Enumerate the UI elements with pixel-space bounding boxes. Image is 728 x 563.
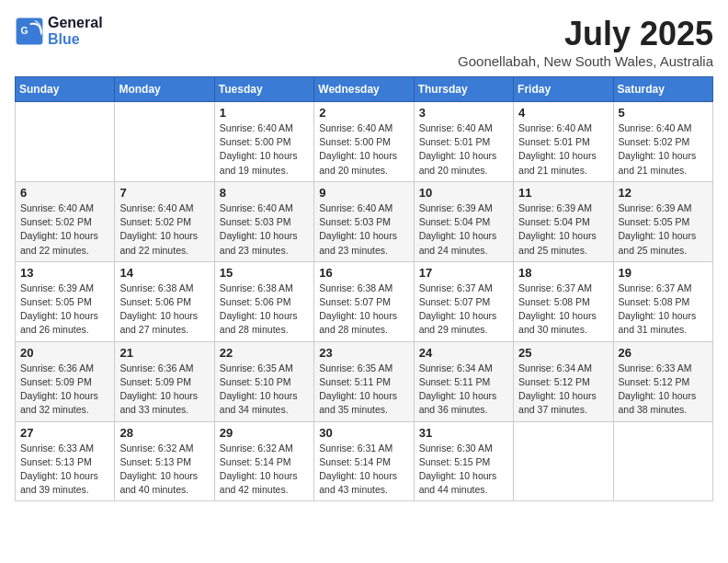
day-number: 8 [220, 186, 309, 200]
day-info: Sunrise: 6:33 AMSunset: 5:13 PMDaylight:… [20, 442, 109, 498]
calendar-cell: 22Sunrise: 6:35 AMSunset: 5:10 PMDayligh… [214, 341, 313, 421]
calendar-cell: 29Sunrise: 6:32 AMSunset: 5:14 PMDayligh… [214, 421, 313, 501]
day-number: 24 [419, 346, 508, 360]
day-info: Sunrise: 6:32 AMSunset: 5:13 PMDaylight:… [119, 442, 209, 498]
calendar-cell: 7Sunrise: 6:40 AMSunset: 5:02 PMDaylight… [115, 181, 214, 261]
day-info: Sunrise: 6:40 AMSunset: 5:00 PMDaylight:… [220, 121, 309, 178]
calendar-cell: 26Sunrise: 6:33 AMSunset: 5:12 PMDayligh… [613, 341, 712, 421]
day-number: 21 [119, 346, 209, 360]
calendar-cell: 10Sunrise: 6:39 AMSunset: 5:04 PMDayligh… [414, 181, 513, 261]
calendar-week-row: 13Sunrise: 6:39 AMSunset: 5:05 PMDayligh… [16, 261, 713, 341]
calendar-cell: 18Sunrise: 6:37 AMSunset: 5:08 PMDayligh… [514, 261, 613, 341]
day-info: Sunrise: 6:40 AMSunset: 5:02 PMDaylight:… [119, 201, 209, 258]
day-info: Sunrise: 6:32 AMSunset: 5:14 PMDaylight:… [220, 442, 309, 498]
day-info: Sunrise: 6:35 AMSunset: 5:10 PMDaylight:… [220, 362, 309, 418]
calendar-header-tuesday: Tuesday [214, 77, 313, 102]
day-number: 9 [319, 186, 408, 200]
day-number: 26 [619, 346, 708, 360]
day-info: Sunrise: 6:40 AMSunset: 5:00 PMDaylight:… [319, 121, 408, 178]
day-number: 28 [119, 426, 209, 440]
calendar-cell: 17Sunrise: 6:37 AMSunset: 5:07 PMDayligh… [414, 261, 513, 341]
title-area: July 2025 Goonellabah, New South Wales, … [458, 15, 713, 69]
calendar-cell: 19Sunrise: 6:37 AMSunset: 5:08 PMDayligh… [613, 261, 712, 341]
day-number: 10 [419, 186, 508, 200]
day-info: Sunrise: 6:36 AMSunset: 5:09 PMDaylight:… [119, 362, 209, 418]
logo-text: General Blue [48, 15, 103, 47]
page-header: G General Blue July 2025 Goonellabah, Ne… [15, 15, 713, 69]
calendar-header-wednesday: Wednesday [314, 77, 414, 102]
calendar-cell: 27Sunrise: 6:33 AMSunset: 5:13 PMDayligh… [16, 421, 115, 501]
calendar-header-sunday: Sunday [16, 77, 115, 102]
calendar-week-row: 6Sunrise: 6:40 AMSunset: 5:02 PMDaylight… [16, 181, 713, 261]
day-info: Sunrise: 6:34 AMSunset: 5:11 PMDaylight:… [419, 362, 508, 418]
day-number: 29 [220, 426, 309, 440]
day-info: Sunrise: 6:31 AMSunset: 5:14 PMDaylight:… [319, 442, 408, 498]
calendar-cell: 2Sunrise: 6:40 AMSunset: 5:00 PMDaylight… [314, 102, 414, 182]
day-number: 16 [319, 266, 408, 280]
calendar-cell: 8Sunrise: 6:40 AMSunset: 5:03 PMDaylight… [214, 181, 313, 261]
calendar-header-row: SundayMondayTuesdayWednesdayThursdayFrid… [16, 77, 713, 102]
calendar-cell [16, 102, 115, 182]
calendar-cell: 21Sunrise: 6:36 AMSunset: 5:09 PMDayligh… [115, 341, 214, 421]
day-number: 6 [20, 186, 109, 200]
calendar-week-row: 20Sunrise: 6:36 AMSunset: 5:09 PMDayligh… [16, 341, 713, 421]
month-year-title: July 2025 [458, 15, 713, 53]
calendar-header-monday: Monday [115, 77, 214, 102]
day-number: 7 [119, 186, 209, 200]
calendar-cell: 31Sunrise: 6:30 AMSunset: 5:15 PMDayligh… [414, 421, 513, 501]
day-info: Sunrise: 6:37 AMSunset: 5:07 PMDaylight:… [419, 282, 508, 338]
day-number: 31 [419, 426, 508, 440]
calendar-cell [613, 421, 712, 501]
day-number: 15 [220, 266, 309, 280]
calendar-cell: 12Sunrise: 6:39 AMSunset: 5:05 PMDayligh… [613, 181, 712, 261]
day-info: Sunrise: 6:36 AMSunset: 5:09 PMDaylight:… [20, 362, 109, 418]
day-info: Sunrise: 6:37 AMSunset: 5:08 PMDaylight:… [518, 282, 608, 338]
logo-icon: G [15, 17, 44, 46]
day-info: Sunrise: 6:37 AMSunset: 5:08 PMDaylight:… [619, 282, 708, 338]
day-info: Sunrise: 6:39 AMSunset: 5:04 PMDaylight:… [518, 201, 608, 258]
calendar-cell: 20Sunrise: 6:36 AMSunset: 5:09 PMDayligh… [16, 341, 115, 421]
day-number: 27 [20, 426, 109, 440]
day-info: Sunrise: 6:40 AMSunset: 5:02 PMDaylight:… [619, 121, 708, 178]
day-info: Sunrise: 6:33 AMSunset: 5:12 PMDaylight:… [619, 362, 708, 418]
day-number: 13 [20, 266, 109, 280]
calendar-cell: 4Sunrise: 6:40 AMSunset: 5:01 PMDaylight… [514, 102, 613, 182]
calendar-week-row: 1Sunrise: 6:40 AMSunset: 5:00 PMDaylight… [16, 102, 713, 182]
calendar-cell: 24Sunrise: 6:34 AMSunset: 5:11 PMDayligh… [414, 341, 513, 421]
calendar-cell: 30Sunrise: 6:31 AMSunset: 5:14 PMDayligh… [314, 421, 414, 501]
day-number: 17 [419, 266, 508, 280]
calendar-cell: 3Sunrise: 6:40 AMSunset: 5:01 PMDaylight… [414, 102, 513, 182]
svg-text:G: G [20, 26, 28, 36]
day-info: Sunrise: 6:40 AMSunset: 5:01 PMDaylight:… [518, 121, 608, 178]
calendar-cell: 5Sunrise: 6:40 AMSunset: 5:02 PMDaylight… [613, 102, 712, 182]
day-info: Sunrise: 6:39 AMSunset: 5:04 PMDaylight:… [419, 201, 508, 258]
day-info: Sunrise: 6:35 AMSunset: 5:11 PMDaylight:… [319, 362, 408, 418]
day-info: Sunrise: 6:40 AMSunset: 5:02 PMDaylight:… [20, 201, 109, 258]
day-info: Sunrise: 6:38 AMSunset: 5:07 PMDaylight:… [319, 282, 408, 338]
day-number: 2 [319, 106, 408, 120]
calendar-cell: 6Sunrise: 6:40 AMSunset: 5:02 PMDaylight… [16, 181, 115, 261]
day-number: 11 [518, 186, 608, 200]
calendar-header-friday: Friday [514, 77, 613, 102]
day-info: Sunrise: 6:40 AMSunset: 5:01 PMDaylight:… [419, 121, 508, 178]
day-info: Sunrise: 6:39 AMSunset: 5:05 PMDaylight:… [20, 282, 109, 338]
calendar-table: SundayMondayTuesdayWednesdayThursdayFrid… [15, 76, 713, 501]
day-number: 20 [20, 346, 109, 360]
calendar-cell: 9Sunrise: 6:40 AMSunset: 5:03 PMDaylight… [314, 181, 414, 261]
day-info: Sunrise: 6:38 AMSunset: 5:06 PMDaylight:… [220, 282, 309, 338]
calendar-week-row: 27Sunrise: 6:33 AMSunset: 5:13 PMDayligh… [16, 421, 713, 501]
calendar-cell: 15Sunrise: 6:38 AMSunset: 5:06 PMDayligh… [214, 261, 313, 341]
day-info: Sunrise: 6:34 AMSunset: 5:12 PMDaylight:… [518, 362, 608, 418]
calendar-header-saturday: Saturday [613, 77, 712, 102]
day-number: 12 [619, 186, 708, 200]
day-number: 5 [619, 106, 708, 120]
day-info: Sunrise: 6:30 AMSunset: 5:15 PMDaylight:… [419, 442, 508, 498]
calendar-cell [115, 102, 214, 182]
day-info: Sunrise: 6:40 AMSunset: 5:03 PMDaylight:… [220, 201, 309, 258]
day-number: 30 [319, 426, 408, 440]
day-number: 25 [518, 346, 608, 360]
calendar-body: 1Sunrise: 6:40 AMSunset: 5:00 PMDaylight… [16, 102, 713, 501]
day-number: 19 [619, 266, 708, 280]
calendar-cell: 28Sunrise: 6:32 AMSunset: 5:13 PMDayligh… [115, 421, 214, 501]
calendar-cell: 1Sunrise: 6:40 AMSunset: 5:00 PMDaylight… [214, 102, 313, 182]
